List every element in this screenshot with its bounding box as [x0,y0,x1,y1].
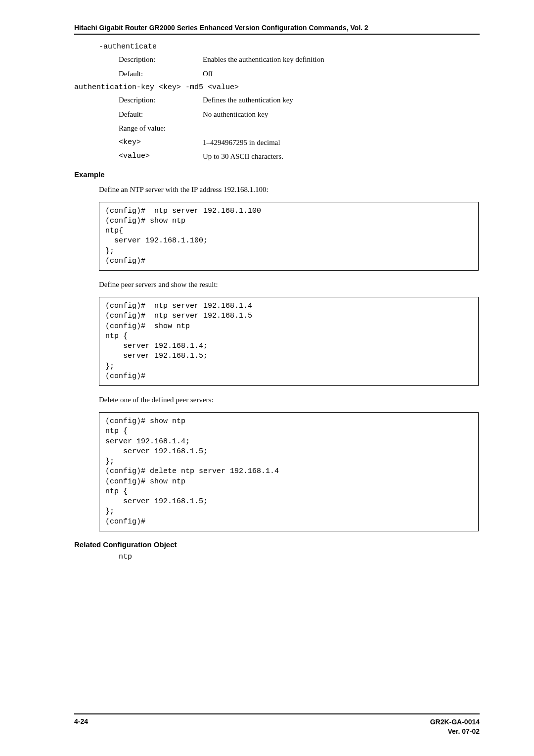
value-default: No authentication key [203,109,268,120]
param-authkey-value-row: <value> Up to 30 ASCII characters. [119,151,480,162]
heading-example: Example [74,170,480,179]
footer-version: Ver. 07-02 [430,727,480,736]
param-authenticate-default-row: Default: Off [119,68,480,80]
example-intro-2: Define peer servers and show the result: [99,280,480,290]
codebox-2: (config)# ntp server 192.168.1.4 (config… [99,297,479,386]
example-intro-3: Delete one of the defined peer servers: [99,395,480,405]
param-authkey-range-row: Range of value: [119,123,480,134]
value-default: Off [203,68,213,80]
heading-related: Related Configuration Object [74,540,480,549]
label-default: Default: [119,109,203,120]
param-authkey-default-row: Default: No authentication key [119,109,480,120]
label-default: Default: [119,68,203,80]
header-rule [74,34,480,35]
value-description: Enables the authentication key definitio… [203,54,324,65]
footer-doc-id: GR2K-GA-0014 [430,717,480,727]
value-description: Defines the authentication key [203,94,293,106]
footer-rule [74,713,480,714]
label-value: <value> [119,151,203,162]
label-description: Description: [119,54,203,65]
param-authkey-key-row: <key> 1–4294967295 in decimal [119,137,480,148]
label-description: Description: [119,94,203,106]
param-authkey-name: authentication-key <key> -md5 <value> [74,83,480,92]
page-footer: 4-24 GR2K-GA-0014 Ver. 07-02 [74,713,480,736]
related-value: ntp [119,553,480,561]
param-authenticate-name: -authenticate [99,43,480,51]
param-authkey-desc-row: Description: Defines the authentication … [119,94,480,106]
label-key: <key> [119,137,203,148]
page: Hitachi Gigabit Router GR2000 Series Enh… [0,0,534,756]
value-key: 1–4294967295 in decimal [203,137,280,148]
codebox-3: (config)# show ntp ntp { server 192.168.… [99,412,479,531]
footer-page-number: 4-24 [74,717,88,736]
param-authenticate-desc-row: Description: Enables the authentication … [119,54,480,65]
example-intro-1: Define an NTP server with the IP address… [99,185,480,195]
label-range: Range of value: [119,123,203,134]
codebox-1: (config)# ntp server 192.168.1.100 (conf… [99,202,479,271]
value-value: Up to 30 ASCII characters. [203,151,283,162]
running-header: Hitachi Gigabit Router GR2000 Series Enh… [74,24,480,32]
